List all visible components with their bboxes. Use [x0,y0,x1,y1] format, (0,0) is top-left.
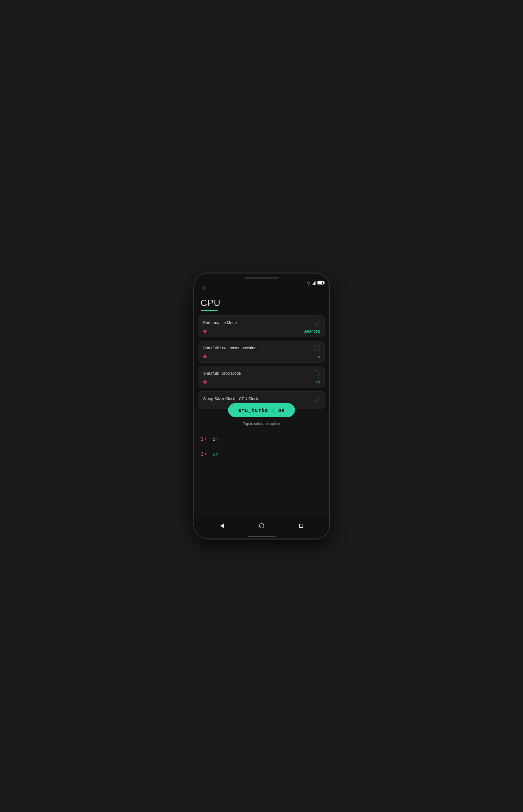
performance-mode-dot [203,330,207,333]
option-2-label: on [213,451,219,457]
nav-back-button[interactable] [217,520,228,531]
tap-hint: - Tap to select an option - [241,421,282,426]
signal-icon [312,281,316,285]
smurfutil-turbo-dot [203,380,207,384]
svg-point-0 [308,284,308,285]
phone-frame: CPU Performance Mode i Balanced [194,273,329,539]
title-underline [201,310,218,311]
performance-mode-card[interactable]: Performance Mode i Balanced [198,315,325,337]
nav-home-button[interactable] [256,520,267,531]
cards-area: Performance Mode i Balanced Smurfutil Lo… [194,315,329,409]
screen-content: CPU Performance Mode i Balanced [194,292,329,539]
nav-recents-button[interactable] [295,520,307,531]
phone-inner: CPU Performance Mode i Balanced [194,273,329,539]
camera-area [194,286,329,292]
performance-mode-title: Performance Mode [203,320,237,325]
nav-recents-icon [299,524,303,528]
smurfutil-load-value: on [315,355,320,359]
page-title-area: CPU [194,292,329,315]
smurfutil-turbo-card[interactable]: Smurfutil Turbo Mode i on [198,366,325,388]
option-2-number: 2) [201,451,209,457]
bottom-gesture-bar [248,536,276,537]
card-header: Sleep Silver Cluster CPU Clock i [203,396,320,402]
card-bottom: on [203,380,320,384]
card-header: Smurfutil Turbo Mode i [203,370,320,376]
bottom-overlay: smu_turbo : on - Tap to select an option… [194,409,329,517]
smurfutil-turbo-value: on [315,380,320,384]
smurfutil-load-title: Smurfutil Load based boosting [203,346,256,350]
option-1-label: off [213,436,222,442]
smurfutil-load-card[interactable]: Smurfutil Load based boosting i on [198,341,325,363]
smurfutil-turbo-info-icon[interactable]: i [314,370,320,376]
popup-badge-text: smu_turbo : on [238,407,285,413]
smurfutil-turbo-title: Smurfutil Turbo Mode [203,371,241,376]
camera-dot [202,286,206,290]
option-on[interactable]: 2) on [201,446,323,461]
smurfutil-load-dot [203,355,207,358]
popup-badge[interactable]: smu_turbo : on [228,403,295,417]
nav-home-icon [259,523,264,528]
performance-mode-value: Balanced [303,329,320,333]
nav-bar [194,517,329,534]
battery-icon [318,281,324,285]
card-header: Performance Mode i [203,320,320,326]
performance-mode-info-icon[interactable]: i [314,320,320,326]
card-bottom: on [203,355,320,359]
status-icons [306,281,324,285]
smurfutil-load-info-icon[interactable]: i [314,345,320,351]
nav-back-icon [220,523,224,528]
page-title: CPU [201,298,323,308]
card-header: Smurfutil Load based boosting i [203,345,320,351]
option-off[interactable]: 1) off [201,431,323,446]
wifi-icon [306,281,311,285]
option-1-number: 1) [201,436,209,442]
options-list: 1) off 2) on [194,431,329,461]
sleep-silver-title: Sleep Silver Cluster CPU Clock [203,396,258,401]
status-bar [194,278,329,286]
card-bottom: Balanced [203,329,320,333]
sleep-silver-info-icon[interactable]: i [314,396,320,402]
